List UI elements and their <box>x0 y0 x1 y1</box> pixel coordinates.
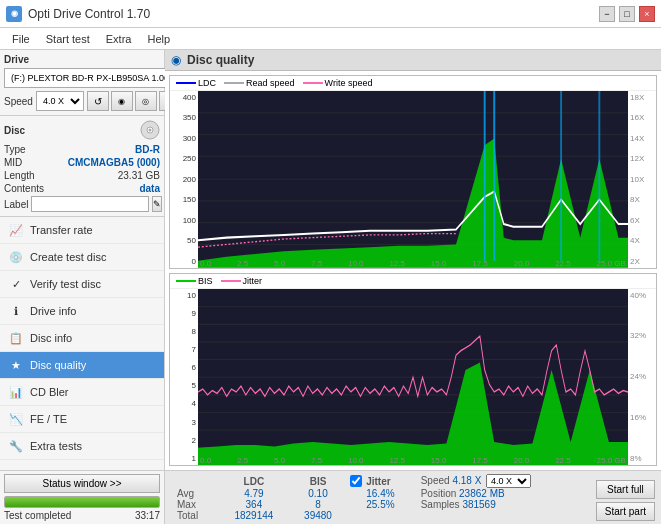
verify-test-disc-icon: ✓ <box>8 276 24 292</box>
legend-bis: BIS <box>176 276 213 286</box>
refresh-button[interactable]: ↺ <box>87 91 109 111</box>
sidebar-item-disc-info[interactable]: 📋 Disc info <box>0 325 164 352</box>
top-y-axis-right: 18X16X14X12X10X8X6X4X2X <box>628 91 656 268</box>
bottom-chart-svg-container: 0.02.55.07.510.012.515.017.520.022.525.0… <box>198 289 628 466</box>
jitter-section: Jitter <box>350 475 411 487</box>
close-button[interactable]: × <box>639 6 655 22</box>
disc-label-input[interactable] <box>31 196 149 212</box>
menu-start-test[interactable]: Start test <box>38 31 98 47</box>
title-bar: ◉ Opti Drive Control 1.70 − □ × <box>0 0 661 28</box>
sidebar-item-extra-tests[interactable]: 🔧 Extra tests <box>0 433 164 460</box>
disc-contents-row: Contents data <box>4 183 160 194</box>
ldc-legend-label: LDC <box>198 78 216 88</box>
jitter-max: 25.5% <box>346 499 415 510</box>
speed-label: Speed <box>4 96 33 107</box>
bis-legend-label: BIS <box>198 276 213 286</box>
minimize-button[interactable]: − <box>599 6 615 22</box>
disc-mid-value: CMCMAGBA5 (000) <box>68 157 160 168</box>
bottom-y-axis-right: 40%32%24%16%8% <box>628 289 656 466</box>
ldc-legend-dot <box>176 82 196 84</box>
disc-info-icon: 📋 <box>8 330 24 346</box>
sidebar-item-label: Disc info <box>30 332 72 344</box>
drive-section: Drive (F:) PLEXTOR BD-R PX-LB950SA 1.06 … <box>0 50 164 116</box>
jitter-label: Jitter <box>366 476 390 487</box>
scan-button[interactable]: ◉ <box>111 91 133 111</box>
action-buttons: Start full Start part <box>596 480 655 521</box>
samples-label: Samples <box>421 499 460 510</box>
start-part-button[interactable]: Start part <box>596 502 655 521</box>
sidebar-item-label: FE / TE <box>30 413 67 425</box>
title-bar-left: ◉ Opti Drive Control 1.70 <box>6 6 150 22</box>
title-bar-controls: − □ × <box>599 6 655 22</box>
jitter-legend-dot <box>221 280 241 282</box>
write-speed-legend-dot <box>303 82 323 84</box>
bottom-x-labels: 0.02.55.07.510.012.515.017.520.022.525.0… <box>198 456 628 465</box>
svg-point-2 <box>149 129 152 132</box>
sidebar-item-label: Extra tests <box>30 440 82 452</box>
jitter-checkbox[interactable] <box>350 475 362 487</box>
disc-length-label: Length <box>4 170 35 181</box>
disc-quality-icon: ★ <box>8 357 24 373</box>
disc-type-label: Type <box>4 144 26 155</box>
sidebar-item-cd-bler[interactable]: 📊 CD Bler <box>0 379 164 406</box>
disc-mid-row: MID CMCMAGBA5 (000) <box>4 157 160 168</box>
menu-file[interactable]: File <box>4 31 38 47</box>
create-test-disc-icon: 💿 <box>8 249 24 265</box>
speed-select[interactable]: 4.0 X <box>36 91 84 111</box>
top-chart-area: 400350300250200150100500 <box>170 91 656 268</box>
sidebar-item-verify-test-disc[interactable]: ✓ Verify test disc <box>0 271 164 298</box>
sidebar-item-create-test-disc[interactable]: 💿 Create test disc <box>0 244 164 271</box>
extra-tests-icon: 🔧 <box>8 438 24 454</box>
disc-icon <box>140 120 160 140</box>
stats-row: LDC BIS Jitter Speed 4.18 X <box>165 470 661 524</box>
maximize-button[interactable]: □ <box>619 6 635 22</box>
stats-data-table: LDC BIS Jitter Speed 4.18 X <box>171 474 588 521</box>
jitter-legend-label: Jitter <box>243 276 263 286</box>
sidebar-item-fe-te[interactable]: 📉 FE / TE <box>0 406 164 433</box>
stats-table: LDC BIS Jitter Speed 4.18 X <box>171 474 588 521</box>
samples-value: 381569 <box>462 499 495 510</box>
menu-extra[interactable]: Extra <box>98 31 140 47</box>
status-window-button[interactable]: Status window >> <box>4 474 160 493</box>
right-panel: ◉ Disc quality LDC Read speed <box>165 50 661 524</box>
disc-label-row: Label ✎ <box>4 196 160 212</box>
write-button[interactable]: ◎ <box>135 91 157 111</box>
bottom-chart-legend: BIS Jitter <box>170 274 656 289</box>
sidebar-item-drive-info[interactable]: ℹ Drive info <box>0 298 164 325</box>
main-container: Drive (F:) PLEXTOR BD-R PX-LB950SA 1.06 … <box>0 50 661 524</box>
disc-type-row: Type BD-R <box>4 144 160 155</box>
menu-help[interactable]: Help <box>139 31 178 47</box>
stats-header-ldc: LDC <box>218 474 290 488</box>
chart-header: ◉ Disc quality <box>165 50 661 71</box>
top-chart-legend: LDC Read speed Write speed <box>170 76 656 91</box>
max-label: Max <box>171 499 218 510</box>
sidebar-item-transfer-rate[interactable]: 📈 Transfer rate <box>0 217 164 244</box>
start-full-button[interactable]: Start full <box>596 480 655 499</box>
legend-write-speed: Write speed <box>303 78 373 88</box>
disc-header: Disc <box>4 120 160 140</box>
sidebar-item-label: Disc quality <box>30 359 86 371</box>
disc-length-row: Length 23.31 GB <box>4 170 160 181</box>
sidebar-item-label: Drive info <box>30 305 76 317</box>
disc-type-value: BD-R <box>135 144 160 155</box>
sidebar-item-label: Transfer rate <box>30 224 93 236</box>
disc-contents-value: data <box>139 183 160 194</box>
disc-contents-label: Contents <box>4 183 44 194</box>
left-panel: Drive (F:) PLEXTOR BD-R PX-LB950SA 1.06 … <box>0 50 165 524</box>
bis-max: 8 <box>290 499 346 510</box>
bis-total: 39480 <box>290 510 346 521</box>
menu-bar: File Start test Extra Help <box>0 28 661 50</box>
sidebar-item-label: Verify test disc <box>30 278 101 290</box>
progress-bar <box>4 496 160 508</box>
app-icon: ◉ <box>6 6 22 22</box>
write-speed-legend-label: Write speed <box>325 78 373 88</box>
disc-label-edit-button[interactable]: ✎ <box>152 196 162 212</box>
stats-header-empty <box>171 474 218 488</box>
bottom-chart-area: 10987654321 <box>170 289 656 466</box>
drive-select[interactable]: (F:) PLEXTOR BD-R PX-LB950SA 1.06 <box>4 68 189 88</box>
sidebar-item-disc-quality[interactable]: ★ Disc quality <box>0 352 164 379</box>
app-title: Opti Drive Control 1.70 <box>28 7 150 21</box>
read-speed-legend-dot <box>224 82 244 84</box>
speed-select-stats[interactable]: 4.0 X <box>486 474 531 488</box>
disc-section: Disc Type BD-R MID CMCMAGBA5 (000) Lengt… <box>0 116 164 217</box>
